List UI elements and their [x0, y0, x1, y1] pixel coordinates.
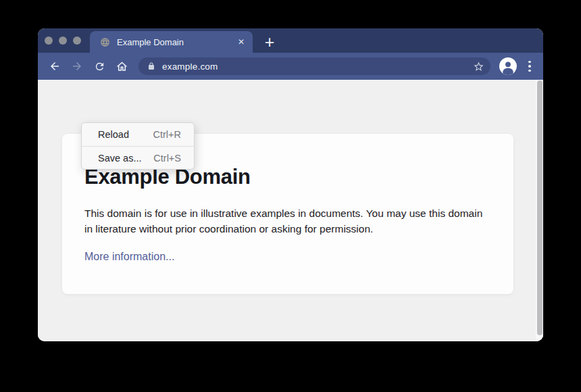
reload-icon[interactable]	[91, 57, 108, 75]
tab-favicon-globe-icon	[100, 37, 110, 47]
new-tab-button[interactable]: +	[259, 32, 280, 52]
tab-title: Example Domain	[117, 37, 235, 47]
menu-item-shortcut: Ctrl+R	[153, 129, 182, 140]
url-text: example.com	[162, 62, 218, 72]
bookmark-star-icon[interactable]	[473, 61, 484, 72]
forward-icon[interactable]	[68, 57, 86, 75]
titlebar: Example Domain ✕ +	[38, 28, 543, 53]
page-paragraph: This domain is for use in illustrative e…	[84, 206, 487, 237]
browser-tab[interactable]: Example Domain ✕	[90, 31, 253, 53]
browser-toolbar: example.com	[38, 53, 543, 80]
context-menu-item-reload[interactable]: Reload Ctrl+R	[82, 123, 194, 146]
traffic-lights	[45, 36, 81, 45]
home-icon[interactable]	[113, 57, 130, 75]
context-menu: Reload Ctrl+R Save as... Ctrl+S	[81, 122, 195, 170]
menu-item-label: Reload	[98, 129, 129, 140]
page-viewport: Example Domain This domain is for use in…	[38, 80, 543, 341]
menu-item-shortcut: Ctrl+S	[153, 153, 181, 164]
maximize-window-icon[interactable]	[73, 36, 81, 45]
close-window-icon[interactable]	[45, 36, 53, 45]
browser-window: Example Domain ✕ +	[38, 28, 543, 341]
tab-close-icon[interactable]: ✕	[235, 36, 247, 48]
context-menu-item-save-as[interactable]: Save as... Ctrl+S	[82, 146, 194, 169]
profile-avatar-icon[interactable]	[499, 57, 517, 75]
menu-item-label: Save as...	[98, 153, 141, 164]
minimize-window-icon[interactable]	[59, 36, 67, 45]
back-icon[interactable]	[46, 57, 64, 75]
address-bar[interactable]: example.com	[138, 57, 490, 75]
scrollbar-thumb[interactable]	[537, 80, 542, 335]
lock-icon	[147, 62, 155, 70]
browser-menu-kebab-icon[interactable]	[524, 61, 535, 72]
more-information-link[interactable]: More information...	[84, 251, 174, 262]
